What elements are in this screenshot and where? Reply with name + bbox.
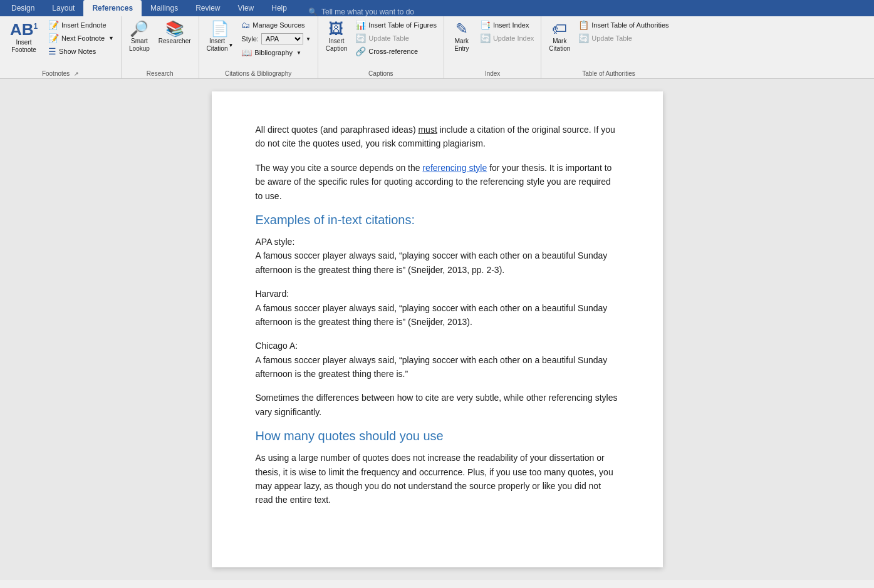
researcher-button[interactable]: 📚 Researcher [155,19,195,48]
update-index-icon: 🔄 [480,33,491,43]
insert-index-label: Insert Index [493,21,529,29]
smart-lookup-button[interactable]: 🔎 SmartLookup [125,19,153,55]
ribbon-tabs: Design Layout References Mailings Review… [0,0,874,16]
insert-table-of-authorities-label: Insert Table of Authorities [591,21,669,29]
paragraph-chicago: Chicago A: A famous soccer player always… [256,339,619,381]
next-footnote-button[interactable]: 📝 Next Footnote ▼ [45,32,117,44]
footnotes-group-label: Footnotes ↗ [4,69,117,77]
style-arrow: ▼ [306,36,311,42]
bibliography-icon: 📖 [241,48,252,58]
paragraph-apa: APA style: A famous soccer player always… [256,235,619,277]
bibliography-arrow: ▼ [296,50,301,56]
tab-review[interactable]: Review [187,0,229,16]
citations-group-label: Citations & Bibliography [203,69,314,77]
tab-design[interactable]: Design [3,0,43,16]
document-page[interactable]: All direct quotes (and paraphrased ideas… [212,91,663,567]
update-table-captions-button: 🔄 Update Table [352,32,440,44]
next-footnote-icon: 📝 [48,33,59,43]
captions-group-label: Captions [322,69,440,77]
mark-citation-label: MarkCitation [549,38,570,53]
captions-small-group: 📊 Insert Table of Figures 🔄 Update Table… [352,19,440,58]
tab-help[interactable]: Help [263,0,296,16]
tab-view[interactable]: View [229,0,263,16]
insert-endnote-label: Insert Endnote [61,21,107,29]
update-table-auth-label: Update Table [591,34,632,42]
update-index-label: Update Index [493,34,534,42]
researcher-icon: 📚 [165,21,184,36]
bibliography-button[interactable]: 📖 Bibliography ▼ [238,46,313,59]
insert-index-icon: 📑 [480,20,491,30]
heading-how-many: How many quotes should you use [256,429,619,443]
tab-layout[interactable]: Layout [43,0,83,16]
table-of-figures-icon: 📊 [355,20,366,30]
insert-table-of-authorities-button[interactable]: 📋 Insert Table of Authorities [575,19,672,31]
ribbon-group-captions: 🖼 InsertCaption 📊 Insert Table of Figure… [318,16,444,78]
insert-footnote-button[interactable]: AB1 Insert Footnote [4,19,44,56]
insert-footnote-label: Insert Footnote [8,39,40,54]
insert-table-of-figures-label: Insert Table of Figures [368,21,437,29]
footnotes-dialog-launcher[interactable]: ↗ [74,71,79,77]
mark-entry-icon: ✎ [455,21,468,36]
insert-authorities-icon: 📋 [578,20,589,30]
cross-reference-button[interactable]: 🔗 Cross-reference [352,45,440,58]
mark-citation-button[interactable]: 🏷 MarkCitation [545,19,574,55]
manage-sources-button[interactable]: 🗂 Manage Sources [238,19,313,31]
insert-citation-arrow: ▼ [228,43,233,48]
manage-sources-icon: 🗂 [241,20,250,30]
ribbon-body: AB1 Insert Footnote 📝 Insert Endnote 📝 N… [0,16,874,79]
update-index-button: 🔄 Update Index [477,32,537,44]
ribbon-group-authorities: 🏷 MarkCitation 📋 Insert Table of Authori… [541,16,675,78]
index-small-group: 📑 Insert Index 🔄 Update Index [477,19,537,44]
smart-lookup-icon: 🔎 [130,21,148,36]
index-group-label: Index [448,69,537,77]
style-text-label: Style: [241,35,259,43]
ribbon-group-research: 🔎 SmartLookup 📚 Researcher Research [122,16,199,78]
mark-entry-label: MarkEntry [454,38,469,53]
endnote-icon: 📝 [48,20,59,30]
insert-citation-button[interactable]: 📄 InsertCitation ▼ [203,19,237,55]
insert-caption-button[interactable]: 🖼 InsertCaption [322,19,351,55]
cross-reference-icon: 🔗 [355,46,366,56]
research-group-label: Research [125,69,195,77]
tab-references[interactable]: References [83,0,142,16]
insert-citation-label: InsertCitation [207,38,228,53]
paragraph-harvard: Harvard: A famous soccer player always s… [256,287,619,329]
update-table-captions-icon: 🔄 [355,33,366,43]
insert-endnote-button[interactable]: 📝 Insert Endnote [45,19,117,31]
insert-table-of-figures-button[interactable]: 📊 Insert Table of Figures [352,19,440,31]
ribbon-group-citations: 📄 InsertCitation ▼ 🗂 Manage Sources Styl… [199,16,318,78]
style-row: Style: APA MLA Chicago Harvard ▼ [238,32,313,46]
paragraph-differences: Sometimes the differences between how to… [256,391,619,419]
authorities-group-label: Table of Authorities [545,69,672,77]
show-notes-button[interactable]: ☰ Show Notes [45,45,117,58]
next-footnote-arrow: ▼ [108,35,114,41]
footnote-icon: AB1 [10,21,38,38]
paragraph-how-many: As using a large number of quotes does n… [256,451,619,507]
ribbon-group-footnotes: AB1 Insert Footnote 📝 Insert Endnote 📝 N… [0,16,122,78]
researcher-label: Researcher [159,38,191,45]
show-notes-label: Show Notes [59,48,96,55]
search-box-text: Tell me what you want to do [321,8,414,16]
insert-citation-icon: 📄 [211,21,229,36]
style-dropdown[interactable]: APA MLA Chicago Harvard [261,33,303,44]
citations-small-group: 🗂 Manage Sources Style: APA MLA Chicago … [238,19,313,59]
insert-index-button[interactable]: 📑 Insert Index [477,19,537,31]
update-table-captions-label: Update Table [368,34,409,42]
insert-caption-icon: 🖼 [329,21,344,36]
referencing-style-link[interactable]: referencing style [422,163,487,173]
smart-lookup-label: SmartLookup [129,38,150,53]
paragraph-1: All direct quotes (and paraphrased ideas… [256,123,619,151]
document-area: All direct quotes (and paraphrased ideas… [0,79,874,580]
mark-citation-icon: 🏷 [552,21,567,36]
authorities-small-group: 📋 Insert Table of Authorities 🔄 Update T… [575,19,672,44]
manage-sources-label: Manage Sources [252,21,304,29]
update-table-auth-icon: 🔄 [578,33,589,43]
show-notes-icon: ☰ [48,46,56,56]
tab-mailings[interactable]: Mailings [142,0,187,16]
mark-entry-button[interactable]: ✎ MarkEntry [448,19,476,55]
paragraph-2: The way you cite a source depends on the… [256,161,619,203]
next-footnote-label: Next Footnote [61,34,105,42]
footnote-small-group: 📝 Insert Endnote 📝 Next Footnote ▼ ☰ Sho… [45,19,117,58]
insert-caption-label: InsertCaption [326,38,347,53]
update-table-auth-button: 🔄 Update Table [575,32,672,44]
